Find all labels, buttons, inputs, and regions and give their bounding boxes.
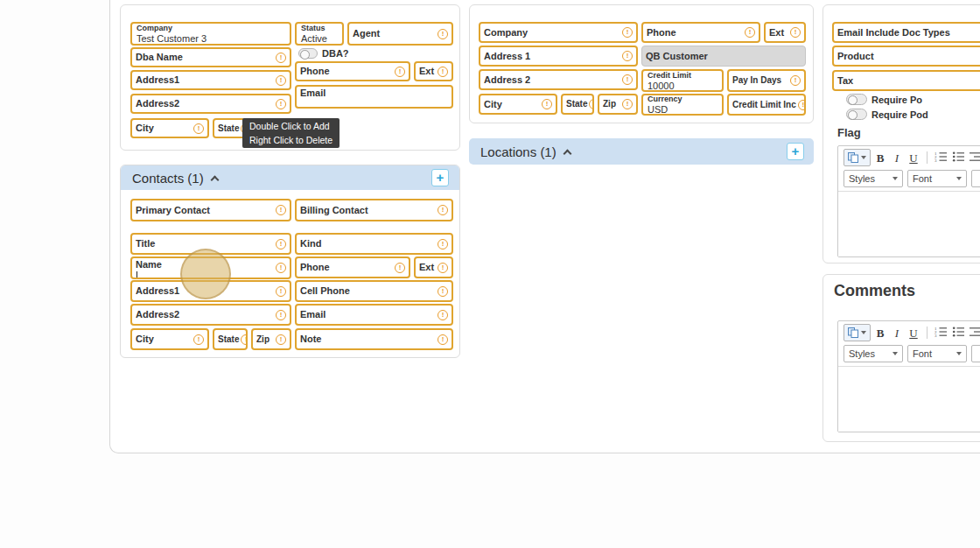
primary-contact-field[interactable]: Primary Contact bbox=[130, 199, 291, 221]
email-field[interactable]: Email bbox=[295, 85, 453, 109]
font-dropdown[interactable]: Font bbox=[907, 345, 967, 362]
currency-field[interactable]: Currency USD bbox=[641, 94, 724, 116]
styles-dropdown[interactable]: Styles bbox=[844, 170, 903, 187]
contact-address2-label: Address2 bbox=[136, 310, 179, 320]
chevron-up-icon bbox=[563, 149, 571, 158]
dba-toggle[interactable] bbox=[298, 48, 318, 59]
locations-panel: Locations (1) + bbox=[469, 138, 814, 166]
bold-button[interactable]: B bbox=[873, 325, 887, 341]
underline-button[interactable]: U bbox=[906, 325, 920, 341]
info-icon bbox=[438, 334, 448, 345]
require-pod-row: Require Pod bbox=[846, 109, 928, 120]
info-icon bbox=[193, 334, 204, 345]
editor-toolbar-row2: Styles Font bbox=[838, 344, 980, 366]
font-dropdown[interactable]: Font bbox=[907, 170, 967, 187]
billing-company-field[interactable]: Company bbox=[479, 22, 638, 43]
locations-title: Locations (1) bbox=[480, 144, 556, 159]
billing-address1-field[interactable]: Address 1 bbox=[479, 46, 638, 67]
contact-phone-field[interactable]: Phone bbox=[295, 256, 410, 278]
credit-limit-label: Credit Limit bbox=[648, 71, 691, 80]
contact-address1-field[interactable]: Address1 bbox=[130, 280, 291, 302]
billing-phone-field[interactable]: Phone bbox=[641, 22, 760, 43]
customer-card: Company Test Customer 3 Status Active Ag… bbox=[120, 4, 460, 151]
product-field[interactable]: Product bbox=[832, 46, 980, 67]
ordered-list-icon: 123 bbox=[934, 151, 948, 162]
extra-dropdown[interactable] bbox=[971, 345, 980, 362]
contact-title-field[interactable]: Title bbox=[130, 233, 291, 255]
billing-state-field[interactable]: State bbox=[561, 94, 594, 115]
comments-heading: Comments bbox=[834, 282, 915, 300]
comments-editor: B I U 123 Styles bbox=[837, 320, 980, 432]
unordered-list-button[interactable] bbox=[951, 325, 966, 341]
add-contact-button[interactable]: + bbox=[431, 169, 449, 186]
agent-field[interactable]: Agent bbox=[347, 22, 453, 46]
dba-label: DBA? bbox=[322, 48, 349, 59]
credit-limit-inc-field[interactable]: Credit Limit Inc bbox=[727, 94, 806, 116]
editor-toolbar-row2: Styles Font bbox=[838, 169, 980, 191]
format-style-button[interactable] bbox=[844, 324, 871, 341]
indent-button[interactable] bbox=[969, 150, 980, 165]
format-style-button[interactable] bbox=[844, 149, 871, 166]
credit-limit-inc-label: Credit Limit Inc bbox=[732, 101, 796, 109]
company-field[interactable]: Company Test Customer 3 bbox=[130, 22, 291, 46]
status-value: Active bbox=[301, 33, 327, 44]
text-cursor bbox=[136, 271, 137, 279]
comments-editor-content[interactable] bbox=[838, 366, 980, 432]
billing-address2-field[interactable]: Address 2 bbox=[479, 69, 638, 90]
add-location-button[interactable]: + bbox=[787, 143, 804, 160]
tax-field[interactable]: Tax bbox=[832, 70, 980, 91]
contact-email-field[interactable]: Email bbox=[295, 304, 453, 326]
contact-zip-field[interactable]: Zip bbox=[251, 328, 291, 350]
billing-contact-field[interactable]: Billing Contact bbox=[295, 199, 453, 221]
note-field[interactable]: Note bbox=[295, 328, 453, 350]
require-pod-toggle[interactable] bbox=[846, 109, 867, 120]
status-field[interactable]: Status Active bbox=[295, 22, 344, 46]
billing-city-label: City bbox=[484, 100, 502, 109]
kind-field[interactable]: Kind bbox=[295, 233, 453, 255]
billing-ext-field[interactable]: Ext bbox=[764, 22, 806, 43]
state-label: State bbox=[218, 124, 239, 133]
underline-button[interactable]: U bbox=[906, 150, 920, 165]
chevron-down-icon bbox=[861, 331, 866, 334]
ordered-list-button[interactable]: 123 bbox=[934, 325, 948, 341]
cell-phone-field[interactable]: Cell Phone bbox=[295, 280, 453, 302]
address1-field[interactable]: Address1 bbox=[130, 70, 291, 90]
phone-field[interactable]: Phone bbox=[295, 61, 410, 81]
company-label: Company bbox=[136, 24, 172, 32]
info-icon bbox=[622, 51, 633, 61]
settings-card: Email Include Doc Types Product Tax Requ… bbox=[822, 4, 980, 263]
contact-state-label: State bbox=[218, 335, 239, 344]
ordered-list-button[interactable]: 123 bbox=[934, 150, 948, 165]
contact-name-label: Name bbox=[136, 260, 162, 270]
styles-dropdown[interactable]: Styles bbox=[844, 345, 903, 362]
contact-address2-field[interactable]: Address2 bbox=[130, 304, 291, 326]
bold-button[interactable]: B bbox=[873, 150, 887, 165]
contact-ext-field[interactable]: Ext bbox=[414, 256, 453, 278]
extra-dropdown[interactable] bbox=[971, 170, 980, 187]
phone-label: Phone bbox=[300, 67, 330, 76]
product-label: Product bbox=[837, 52, 874, 61]
contacts-panel-header[interactable]: Contacts (1) bbox=[121, 165, 459, 190]
italic-button[interactable]: I bbox=[890, 325, 904, 341]
email-include-doc-types-field[interactable]: Email Include Doc Types bbox=[832, 22, 980, 43]
billing-zip-field[interactable]: Zip bbox=[598, 94, 638, 115]
contact-name-field[interactable]: Name bbox=[130, 256, 291, 279]
address2-field[interactable]: Address2 bbox=[130, 94, 291, 114]
billing-city-field[interactable]: City bbox=[479, 94, 557, 115]
contact-city-field[interactable]: City bbox=[130, 328, 209, 350]
contact-state-field[interactable]: State bbox=[213, 328, 248, 350]
flag-editor-content[interactable] bbox=[838, 191, 980, 256]
italic-button[interactable]: I bbox=[890, 150, 904, 165]
city-field[interactable]: City bbox=[130, 118, 209, 138]
unordered-list-button[interactable] bbox=[951, 150, 966, 165]
ext-field[interactable]: Ext bbox=[414, 61, 453, 81]
require-po-toggle[interactable] bbox=[846, 94, 867, 105]
pay-in-days-field[interactable]: Pay In Days bbox=[727, 69, 806, 92]
indent-button[interactable] bbox=[969, 325, 980, 341]
locations-panel-header[interactable]: Locations (1) bbox=[469, 138, 814, 165]
dba-name-field[interactable]: Dba Name bbox=[130, 47, 291, 67]
dba-name-label: Dba Name bbox=[136, 53, 183, 62]
billing-address1-label: Address 1 bbox=[484, 52, 530, 61]
qb-customer-field[interactable]: QB Customer bbox=[641, 46, 806, 67]
credit-limit-field[interactable]: Credit Limit 10000 bbox=[641, 69, 724, 92]
